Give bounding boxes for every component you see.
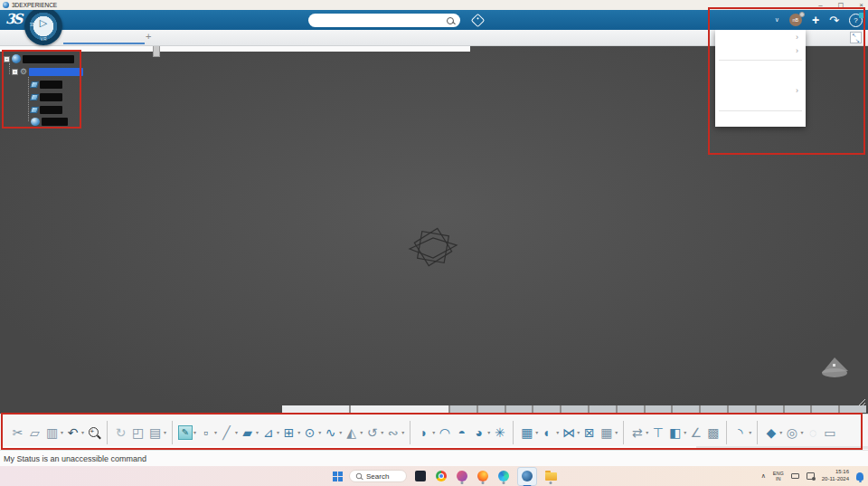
blend-tool[interactable]: ◠ xyxy=(437,424,452,441)
tile-pattern-tool[interactable]: ▦▾ xyxy=(599,424,618,441)
notification-bell-icon[interactable] xyxy=(856,472,863,481)
layers-tool[interactable]: ▤▾ xyxy=(147,424,166,441)
actionbar-tab-segment[interactable] xyxy=(618,405,644,413)
pattern-tool[interactable]: ▦▾ xyxy=(519,424,538,441)
actionbar-tab-segment[interactable] xyxy=(533,405,560,413)
view-robot-widget[interactable] xyxy=(818,356,851,385)
origin-planes-wireframe[interactable] xyxy=(404,220,467,274)
dropdown-arrow-icon[interactable]: ▾ xyxy=(193,429,196,435)
dropdown-arrow-icon[interactable]: ▾ xyxy=(256,429,259,435)
shell-tool[interactable]: ◧▾ xyxy=(667,424,686,441)
dropdown-arrow-icon[interactable]: ▾ xyxy=(535,429,538,435)
cut-tool[interactable]: ✂ xyxy=(10,424,25,441)
sound-network-tray-icon[interactable] xyxy=(807,472,815,480)
box-primitive-tool[interactable]: ◆▾ xyxy=(763,424,782,441)
dropdown-arrow-icon[interactable]: ▾ xyxy=(779,429,782,435)
point-tool[interactable]: ▫▾ xyxy=(198,424,217,441)
dropdown-arrow-icon[interactable]: ▾ xyxy=(577,429,580,435)
share-icon[interactable]: ↷ xyxy=(829,14,839,26)
global-search-input[interactable] xyxy=(308,14,460,27)
tree-node-label[interactable] xyxy=(23,55,74,63)
user-avatar[interactable]: nB xyxy=(789,14,802,26)
dropdown-arrow-icon[interactable]: ▾ xyxy=(81,429,84,435)
actionbar-tab-segment[interactable] xyxy=(785,405,811,413)
search-icon[interactable] xyxy=(447,17,454,24)
toolbar-scrollbar[interactable] xyxy=(0,446,868,449)
taskbar-app-snip[interactable] xyxy=(455,468,469,484)
law-tool[interactable]: ∠ xyxy=(688,424,703,441)
lattice-tool[interactable]: ▩ xyxy=(705,424,721,441)
plane-tool[interactable]: ▰▾ xyxy=(240,424,259,441)
dropdown-arrow-icon[interactable]: ▾ xyxy=(360,429,363,435)
export-folder-tool[interactable]: ▭ xyxy=(822,424,837,441)
sweep-tool[interactable]: ◗▾ xyxy=(416,424,435,441)
tray-chevron-icon[interactable]: ∧ xyxy=(761,472,766,480)
draft-tool[interactable]: ⊤ xyxy=(650,424,665,441)
taskbar-app-dassault[interactable] xyxy=(517,467,537,486)
tree-node-label[interactable] xyxy=(40,81,62,89)
dome-tool[interactable]: ◓ xyxy=(454,424,469,441)
expand-panel-button[interactable]: ↖ ↘ xyxy=(850,32,862,43)
tree-plane-1[interactable] xyxy=(31,79,62,90)
copy-tool[interactable]: ▱ xyxy=(27,424,42,441)
compass-widget[interactable]: ▷ 3D V.R xyxy=(24,7,62,45)
line-tool[interactable]: ╱▾ xyxy=(219,424,238,441)
actionbar-tab-segment[interactable] xyxy=(812,405,838,413)
assembly-inactive-tool[interactable]: ◌ xyxy=(805,424,820,441)
tree-expander[interactable]: - xyxy=(12,69,18,75)
actionbar-tab-segment[interactable] xyxy=(757,405,783,413)
tree-node-label[interactable] xyxy=(42,118,68,126)
power-search-tool[interactable] xyxy=(86,427,101,437)
fillet-tool[interactable]: ◝▾ xyxy=(732,424,751,441)
work-grid-tool[interactable]: ⊞▾ xyxy=(281,424,300,441)
dropdown-arrow-icon[interactable]: ▾ xyxy=(297,429,300,435)
wrap-tool[interactable]: ◕▾ xyxy=(471,424,490,441)
boolean-tool[interactable]: ◎▾ xyxy=(784,424,803,441)
dropdown-arrow-icon[interactable]: ▾ xyxy=(646,429,648,435)
minimize-button[interactable]: – xyxy=(818,2,822,9)
tree-node-label[interactable] xyxy=(40,93,62,101)
actionbar-tab-segment[interactable] xyxy=(506,405,533,413)
actionbar-tab-segment[interactable] xyxy=(282,405,349,413)
actionbar-scroll-strip[interactable] xyxy=(282,405,866,413)
undo-tool[interactable]: ↶▾ xyxy=(65,424,84,441)
display-tray-icon[interactable] xyxy=(791,473,799,479)
actionbar-tab-segment[interactable] xyxy=(590,405,616,413)
extrude-tool[interactable]: ◭▾ xyxy=(344,424,363,441)
toolbar-scroll-thumb[interactable] xyxy=(0,446,696,449)
actionbar-tab-segment[interactable] xyxy=(561,405,588,413)
language-indicator[interactable]: ENGIN xyxy=(773,471,784,482)
close-button[interactable]: × xyxy=(859,2,863,9)
actionbar-tab-segment[interactable] xyxy=(646,405,672,413)
iso-view-tool[interactable]: ◰ xyxy=(130,424,146,441)
tree-plane-3[interactable] xyxy=(31,104,62,115)
dropdown-arrow-icon[interactable]: ▾ xyxy=(749,429,751,435)
dropdown-arrow-icon[interactable]: ▾ xyxy=(164,429,166,435)
actionbar-tab-segment[interactable] xyxy=(478,405,505,413)
add-content-button[interactable]: + xyxy=(812,14,819,26)
spline-tool[interactable]: ∿▾ xyxy=(323,424,342,441)
actionbar-tab-segment[interactable] xyxy=(351,405,448,413)
dropdown-arrow-icon[interactable]: ▾ xyxy=(615,429,618,435)
circle-tool[interactable]: ⊙▾ xyxy=(302,424,321,441)
paste-tool[interactable]: ▥▾ xyxy=(44,424,63,441)
start-button[interactable] xyxy=(333,472,343,481)
actionbar-tab-segment[interactable] xyxy=(840,405,866,413)
user-menu-item[interactable]: › xyxy=(715,46,806,58)
tree-part[interactable]: -⚙ xyxy=(12,66,83,77)
tree-plane-2[interactable] xyxy=(31,91,62,102)
taskbar-app-notepad[interactable] xyxy=(413,468,428,484)
clock[interactable]: 15:16 20-11-2024 xyxy=(822,469,849,483)
taskbar-app-edge[interactable] xyxy=(496,468,511,484)
revolve-tool[interactable]: ↺▾ xyxy=(364,424,383,441)
tree-node-label[interactable] xyxy=(29,68,83,76)
dropdown-arrow-icon[interactable]: ▾ xyxy=(61,429,63,435)
restore-button[interactable]: ◻ xyxy=(838,2,844,9)
taskbar-app-explorer[interactable] xyxy=(543,468,558,484)
taskbar-search[interactable]: Search xyxy=(349,470,407,482)
axis-system-tool[interactable]: ⊿▾ xyxy=(260,424,279,441)
actionbar-tab-segment[interactable] xyxy=(673,405,699,413)
sketch-tool[interactable]: ✎▾ xyxy=(178,425,196,440)
update-tool[interactable]: ↻ xyxy=(113,424,128,441)
helix-tool[interactable]: ∾▾ xyxy=(385,424,404,441)
